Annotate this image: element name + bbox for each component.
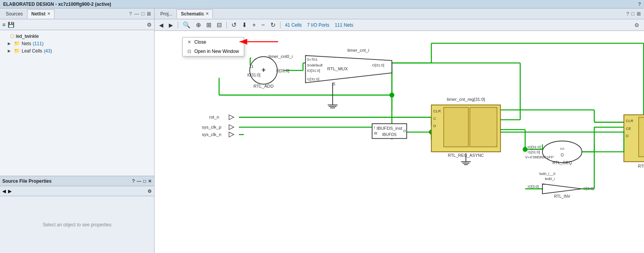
svg-text:timer_cnt0_i: timer_cnt0_i bbox=[268, 54, 293, 59]
src-props-placeholder: Select an object to see properties bbox=[42, 222, 111, 228]
right-tab-bar: Proj... Schematic ✕ ? □ ⊠ bbox=[155, 8, 644, 19]
ctx-new-window-label: Open in New Window bbox=[194, 49, 239, 54]
nets-arrow: ▶ bbox=[8, 41, 12, 46]
save-icon[interactable]: 💾 bbox=[8, 22, 14, 28]
tab-netlist-close[interactable]: ✕ bbox=[47, 12, 50, 16]
tab-bar: Sources Netlist ✕ ? — □ ⊠ bbox=[0, 8, 154, 19]
src-props-prev-icon[interactable]: ◀ bbox=[2, 188, 6, 194]
svg-marker-73 bbox=[229, 132, 234, 137]
src-props-gear-icon[interactable]: ⚙ bbox=[148, 188, 152, 194]
src-props-icons: ? — □ ✕ bbox=[132, 178, 152, 184]
svg-text:I: I bbox=[374, 126, 375, 129]
cells-stat[interactable]: 41 Cells bbox=[284, 22, 303, 29]
svg-text:led0_i: led0_i bbox=[545, 177, 555, 181]
nets-stat[interactable]: 111 Nets bbox=[333, 22, 355, 29]
svg-marker-71 bbox=[229, 125, 234, 130]
sep3 bbox=[280, 22, 280, 29]
svg-text:CLR: CLR bbox=[626, 119, 633, 123]
svg-marker-69 bbox=[229, 115, 234, 120]
ctx-open-new-window[interactable]: ⊡ Open in New Window bbox=[183, 47, 244, 56]
tree-root-label: led_twinkle bbox=[16, 34, 39, 39]
svg-text:V=X'08EB8C1FF': V=X'08EB8C1FF' bbox=[525, 155, 554, 159]
leaf-cells-label: Leaf Cells bbox=[22, 48, 42, 54]
right-tab-help-icon[interactable]: ? bbox=[626, 11, 629, 17]
select-button[interactable]: ⊟ bbox=[215, 20, 223, 29]
svg-marker-92 bbox=[542, 184, 582, 194]
ctx-close-label: Close bbox=[194, 39, 206, 45]
right-tab-restore-icon[interactable]: □ bbox=[631, 11, 634, 17]
tab-restore-icon[interactable]: □ bbox=[141, 11, 144, 17]
minus-button[interactable]: − bbox=[260, 21, 266, 29]
tab-sources[interactable]: Sources bbox=[2, 9, 27, 19]
tab-project-label: Proj... bbox=[160, 11, 172, 17]
refresh-button[interactable]: ↺ bbox=[230, 20, 238, 29]
tab-schematic[interactable]: Schematic ✕ bbox=[177, 9, 213, 19]
src-props-help-icon[interactable]: ? bbox=[132, 178, 135, 184]
svg-text:+: + bbox=[262, 66, 265, 74]
leaf-cells-count: (43) bbox=[44, 48, 52, 54]
src-props-minimize-icon[interactable]: — bbox=[137, 178, 141, 184]
title-bar: ELABORATED DESIGN - xc7z100ffg900-2 (act… bbox=[0, 0, 644, 8]
src-props-next-icon[interactable]: ▶ bbox=[8, 188, 12, 194]
zoom-in-button[interactable]: ⊕ bbox=[194, 20, 202, 29]
svg-text:O[31:0]: O[31:0] bbox=[372, 63, 384, 67]
tab-schematic-close[interactable]: ✕ bbox=[206, 12, 209, 16]
help-icon[interactable]: ? bbox=[638, 2, 641, 7]
tab-minimize-icon[interactable]: — bbox=[134, 11, 139, 17]
right-tab-close-icon[interactable]: ⊠ bbox=[637, 11, 641, 17]
down-button[interactable]: ⬇ bbox=[240, 20, 248, 29]
nets-folder-icon: 📁 bbox=[14, 41, 20, 46]
right-toolbar: ◀ ▶ 🔍 ⊕ ⊞ ⊟ ↺ ⬇ + − ↻ 41 Cells 7 I/O Por… bbox=[155, 19, 644, 31]
svg-text:D: D bbox=[626, 134, 629, 138]
svg-text:rst_n: rst_n bbox=[209, 115, 219, 119]
tree-leaf-cells[interactable]: ▶ 📁 Leaf Cells (43) bbox=[0, 47, 154, 54]
canvas-area[interactable]: ✕ Close ⊡ Open in New Window bbox=[155, 31, 644, 253]
back-button[interactable]: ◀ bbox=[158, 21, 165, 29]
main-layout: Sources Netlist ✕ ? — □ ⊠ ≡ 💾 ⚙ bbox=[0, 8, 644, 253]
circuit-diagram: + RTL_ADD I1 I0[31:0] O[31:0] RTL_MUX S=… bbox=[155, 31, 644, 253]
svg-text:C: C bbox=[433, 116, 436, 121]
add-button[interactable]: + bbox=[251, 21, 257, 29]
ctx-close[interactable]: ✕ Close bbox=[183, 37, 244, 47]
tab-sources-label: Sources bbox=[6, 11, 23, 17]
svg-text:S: S bbox=[333, 82, 335, 86]
svg-text:IO[3:0]: IO[3:0] bbox=[528, 184, 539, 188]
right-gear-icon[interactable]: ⚙ bbox=[633, 21, 641, 29]
svg-text:RTL_GEQ: RTL_GEQ bbox=[552, 160, 572, 165]
chip-icon: ⬡ bbox=[10, 33, 14, 39]
expand-all-icon[interactable]: ≡ bbox=[2, 22, 5, 28]
svg-rect-83 bbox=[470, 107, 497, 147]
zoom-out-button[interactable]: 🔍 bbox=[181, 20, 192, 29]
tree-root[interactable]: ⬡ led_twinkle bbox=[0, 32, 154, 40]
context-menu: ✕ Close ⊡ Open in New Window bbox=[182, 37, 244, 56]
tab-help-icon[interactable]: ? bbox=[129, 11, 132, 17]
src-props-close-icon[interactable]: ✕ bbox=[148, 178, 152, 184]
svg-text:>=: >= bbox=[560, 147, 564, 151]
fit-button[interactable]: ⊞ bbox=[205, 20, 213, 29]
svg-text:I1: I1 bbox=[250, 65, 254, 69]
tree-nets[interactable]: ▶ 📁 Nets (111) bbox=[0, 40, 154, 47]
svg-point-37 bbox=[390, 93, 394, 97]
sep2 bbox=[226, 22, 227, 29]
tab-netlist[interactable]: Netlist ✕ bbox=[27, 9, 54, 19]
left-gear-icon[interactable]: ⚙ bbox=[147, 22, 152, 28]
svg-text:O: O bbox=[403, 129, 406, 133]
tab-project[interactable]: Proj... bbox=[156, 9, 177, 19]
ctx-close-icon: ✕ bbox=[187, 39, 191, 45]
src-props-title: Source File Properties bbox=[2, 178, 51, 184]
svg-point-39 bbox=[523, 148, 527, 151]
sep1 bbox=[178, 22, 178, 29]
tab-close-icon[interactable]: ⊠ bbox=[147, 11, 151, 17]
ctx-new-window-icon: ⊡ bbox=[187, 49, 191, 54]
svg-text:CE: CE bbox=[626, 126, 631, 131]
src-props-toolbar: ◀ ▶ ⚙ bbox=[0, 186, 154, 196]
nets-label: Nets bbox=[22, 41, 31, 46]
io-ports-stat[interactable]: 7 I/O Ports bbox=[306, 22, 331, 29]
forward-button[interactable]: ▶ bbox=[167, 21, 175, 29]
svg-text:sys_clk_p: sys_clk_p bbox=[202, 125, 221, 129]
src-props-restore-icon[interactable]: □ bbox=[143, 178, 146, 184]
svg-text:IO[31:0]: IO[31:0] bbox=[307, 68, 320, 73]
svg-rect-104 bbox=[639, 117, 644, 157]
reload-button[interactable]: ↻ bbox=[269, 20, 277, 29]
svg-text:I1[31:0]: I1[31:0] bbox=[307, 77, 319, 81]
